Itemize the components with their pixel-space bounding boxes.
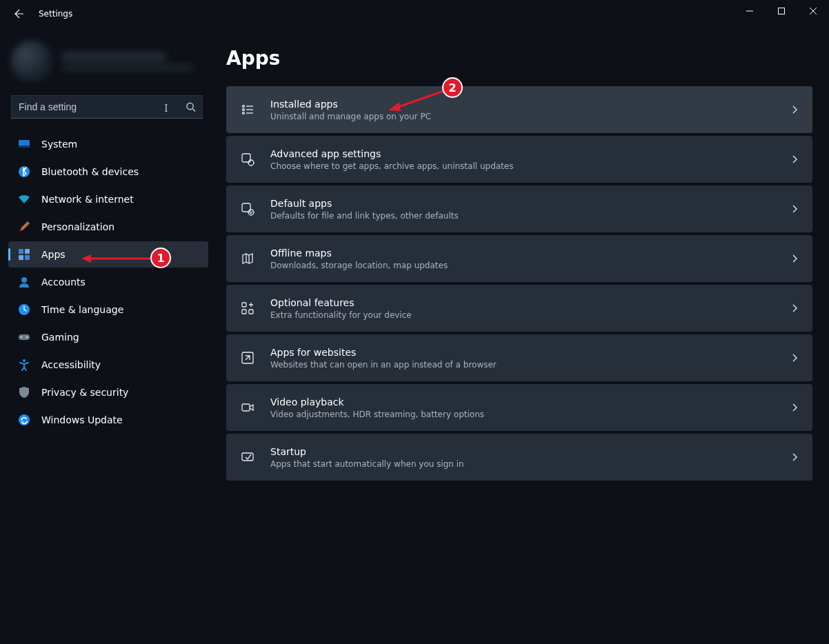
chevron-right-icon [790, 354, 799, 362]
person-icon [18, 276, 30, 288]
sidebar-item-label: Personalization [41, 221, 114, 232]
card-title: Startup [270, 446, 775, 457]
clock-icon [18, 303, 30, 316]
grid-plus-icon [240, 301, 255, 316]
card-startup[interactable]: Startup Apps that start automatically wh… [226, 434, 812, 481]
window-controls [734, 0, 829, 22]
svg-point-22 [248, 210, 254, 215]
sidebar-item-label: Time & language [41, 304, 123, 315]
window-title: Settings [39, 9, 72, 19]
card-desc: Video adjustments, HDR streaming, batter… [270, 410, 775, 419]
card-optional-features[interactable]: Optional features Extra functionality fo… [226, 285, 812, 332]
sidebar-item-label: Accessibility [41, 359, 101, 370]
system-icon [18, 138, 30, 150]
card-title: Offline maps [270, 248, 775, 259]
svg-rect-27 [242, 404, 250, 411]
card-title: Apps for websites [270, 347, 775, 358]
svg-rect-5 [19, 249, 23, 254]
card-apps-for-websites[interactable]: Apps for websites Websites that can open… [226, 334, 812, 381]
gamepad-icon [18, 331, 30, 343]
minimize-button[interactable] [734, 0, 766, 22]
link-app-icon [240, 350, 255, 365]
sidebar-item-label: Network & internet [41, 194, 134, 205]
card-advanced-app-settings[interactable]: Advanced app settings Choose where to ge… [226, 136, 812, 183]
chevron-right-icon [790, 453, 799, 461]
search-wrapper: I [11, 95, 203, 119]
app-gear-icon [240, 152, 255, 167]
card-desc: Extra functionality for your device [270, 310, 775, 320]
card-desc: Defaults for file and link types, other … [270, 211, 775, 221]
svg-point-1 [187, 103, 193, 109]
chevron-right-icon [790, 254, 799, 263]
account-profile[interactable] [11, 33, 203, 90]
svg-point-9 [21, 277, 27, 283]
search-input[interactable] [11, 95, 203, 119]
card-title: Optional features [270, 297, 775, 308]
sidebar-item-gaming[interactable]: Gaming [8, 324, 208, 350]
page-heading: Apps [226, 47, 812, 70]
svg-point-18 [243, 112, 245, 114]
svg-rect-6 [25, 249, 30, 254]
chevron-right-icon [790, 105, 799, 114]
sidebar-item-label: Accounts [41, 276, 86, 288]
annotation-badge-2: 2 [442, 77, 463, 98]
sidebar-item-apps[interactable]: Apps [8, 241, 208, 268]
svg-rect-23 [242, 303, 246, 307]
sidebar-item-label: System [41, 139, 77, 150]
maximize-button[interactable] [766, 0, 797, 22]
card-video-playback[interactable]: Video playback Video adjustments, HDR st… [226, 384, 812, 431]
title-bar: Settings [0, 0, 829, 28]
sidebar-item-label: Windows Update [41, 414, 123, 425]
sidebar-nav: System Bluetooth & devices Network & int… [0, 131, 214, 433]
sidebar-item-time[interactable]: Time & language [8, 296, 208, 323]
sidebar-item-label: Apps [41, 249, 66, 260]
card-title: Video playback [270, 396, 775, 407]
svg-point-17 [243, 109, 245, 111]
chevron-right-icon [790, 304, 799, 312]
sidebar-item-accounts[interactable]: Accounts [8, 269, 208, 295]
chevron-right-icon [790, 205, 799, 213]
sidebar-item-bluetooth[interactable]: Bluetooth & devices [8, 159, 208, 185]
sidebar-item-personalization[interactable]: Personalization [8, 214, 208, 240]
bluetooth-icon [18, 165, 30, 178]
close-button[interactable] [797, 0, 829, 22]
svg-point-13 [26, 336, 28, 339]
svg-rect-24 [242, 310, 246, 314]
sidebar-item-privacy[interactable]: Privacy & security [8, 379, 208, 405]
sidebar-item-update[interactable]: Windows Update [8, 407, 208, 433]
wifi-icon [18, 193, 30, 205]
svg-point-20 [248, 160, 254, 165]
app-check-icon [240, 201, 255, 217]
svg-point-14 [23, 359, 26, 362]
card-default-apps[interactable]: Default apps Defaults for file and link … [226, 185, 812, 232]
shield-icon [18, 386, 30, 399]
card-desc: Choose where to get apps, archive apps, … [270, 161, 775, 171]
apps-icon [18, 248, 30, 261]
sidebar-item-system[interactable]: System [8, 131, 208, 157]
map-icon [240, 251, 255, 266]
card-installed-apps[interactable]: Installed apps Uninstall and manage apps… [226, 86, 812, 133]
main-area: Apps Installed apps Uninstall and manage… [214, 28, 829, 644]
sidebar-item-network[interactable]: Network & internet [8, 186, 208, 212]
svg-rect-11 [19, 334, 30, 340]
card-desc: Uninstall and manage apps on your PC [270, 112, 775, 121]
paintbrush-icon [18, 221, 30, 233]
card-desc: Websites that can open in an app instead… [270, 360, 775, 370]
back-button[interactable] [11, 6, 28, 22]
update-icon [18, 414, 30, 426]
video-icon [240, 400, 255, 415]
sidebar-item-accessibility[interactable]: Accessibility [8, 352, 208, 378]
svg-rect-25 [249, 310, 253, 314]
text-cursor-icon: I [164, 101, 168, 115]
annotation-badge-1: 1 [150, 248, 171, 268]
cards-list: Installed apps Uninstall and manage apps… [226, 86, 812, 481]
card-offline-maps[interactable]: Offline maps Downloads, storage location… [226, 235, 812, 282]
svg-point-12 [21, 336, 23, 339]
svg-rect-0 [779, 8, 785, 14]
search-icon[interactable] [186, 102, 196, 112]
chevron-right-icon [790, 155, 799, 163]
svg-rect-7 [19, 255, 23, 260]
avatar [11, 41, 52, 82]
sidebar-item-label: Gaming [41, 332, 79, 343]
sidebar-item-label: Privacy & security [41, 387, 128, 398]
